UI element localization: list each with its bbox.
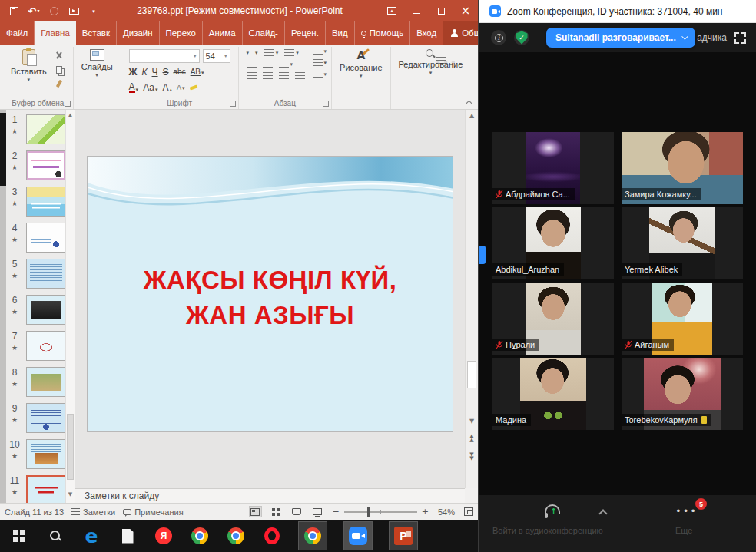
cut-button[interactable] [51,50,67,61]
minimize-button[interactable] [404,0,429,21]
clear-formatting-button[interactable]: abc [174,68,186,76]
taskbar-chrome-active-button[interactable] [298,521,327,550]
slide-thumbnail-image[interactable] [26,259,66,289]
scrollbar-thumb[interactable] [467,361,476,388]
scroll-up-icon[interactable]: ▲ [466,110,478,121]
align-right-button[interactable] [279,72,289,81]
slide-thumbnail-image[interactable] [26,367,66,397]
slide-thumbnail[interactable]: 6 [6,295,66,325]
slide-thumbnail-image[interactable] [26,331,66,361]
zoom-out-button[interactable]: − [333,507,340,517]
taskbar-search-button[interactable] [45,526,65,546]
scrollbar-thumb[interactable] [67,414,74,480]
maximize-button[interactable] [429,0,453,21]
zoom-slider[interactable] [344,511,417,513]
slide-thumbnail[interactable]: 10 [6,439,66,469]
notes-toggle[interactable]: Заметки [71,507,115,517]
justify-button[interactable] [295,72,305,81]
next-slide-icon[interactable]: ▼▼ [466,451,478,463]
taskbar-opera-button[interactable] [262,526,282,546]
align-left-button[interactable] [247,72,257,81]
comments-toggle[interactable]: Примечания [123,507,184,517]
slide-thumbnail-image[interactable] [26,295,66,325]
smartart-button[interactable]: ▾ [313,71,327,79]
slides-button[interactable]: Слайды ▾ [78,48,116,80]
change-case-button[interactable]: Аа▾ [143,82,158,93]
paste-button[interactable]: Вставить ▾ [8,48,50,84]
tab-design[interactable]: Дизайн [117,21,160,45]
undo-icon[interactable]: ↶▾ [28,5,40,17]
reading-view-button[interactable] [291,507,303,517]
ribbon-display-options-button[interactable]: ▴ [380,0,404,21]
slide-thumbnail-image[interactable] [26,475,66,503]
bullets-button[interactable]: ▾ [247,51,250,56]
save-icon[interactable] [8,5,20,17]
slide-thumbnail-image[interactable] [26,439,66,469]
slide-thumbnail[interactable]: 5 [6,259,66,289]
character-spacing-button[interactable]: АВ▾ [191,68,204,76]
taskbar-zoom-active-button[interactable] [343,521,373,550]
add-table-button[interactable]: ▾ [279,61,293,69]
taskbar-chrome-button-2[interactable] [226,526,246,546]
participant-tile[interactable]: Абдраймов Са... [492,132,614,204]
slide-thumbnail-image[interactable] [26,403,66,433]
taskbar-powerpoint-active-button[interactable]: P [389,521,418,550]
notes-pane[interactable]: Заметки к слайду [75,488,465,503]
slide-thumbnail[interactable]: 4 [6,223,66,253]
slide-thumbnail[interactable]: 7 [6,331,66,361]
participant-tile[interactable]: Мадина [492,358,614,430]
participant-tile[interactable]: Нұрали [492,283,614,355]
taskbar-notepad-button[interactable] [118,526,138,546]
taskbar-chrome-button[interactable] [190,526,210,546]
grow-font-button[interactable]: А▴ [162,82,172,93]
customize-qat-icon[interactable]: ▾ [88,5,100,17]
bold-button[interactable]: Ж [129,67,138,78]
participant-tile[interactable]: Замира Кожамку... [622,132,743,204]
slide-thumbnail-selected[interactable]: 11 [6,475,66,503]
meeting-info-button[interactable]: i [491,30,506,45]
strikethrough-button[interactable]: S [163,67,169,78]
collapse-ribbon-icon[interactable] [466,99,472,105]
columns-button[interactable]: ▾ [313,48,327,56]
taskbar-edge-button[interactable]: e [81,526,101,546]
align-center-button[interactable] [263,72,273,81]
tab-view[interactable]: Вид [326,21,355,45]
slide-thumbnail[interactable]: 2 [6,150,66,180]
zoom-slider-thumb[interactable] [367,507,370,517]
underline-button[interactable]: Ч [152,67,158,78]
numbering-button[interactable]: ▾ [255,51,258,56]
slide-scrollbar[interactable]: ▲ ▼ ▲▲ ▼▼ [465,110,478,488]
dialog-launcher-icon[interactable] [230,101,236,107]
dialog-launcher-icon[interactable] [65,101,71,107]
normal-view-button[interactable] [250,507,261,517]
more-options-icon[interactable] [675,505,698,517]
slide-thumbnail-image[interactable] [26,150,66,180]
slide-title[interactable]: ЖАҚСЫ КӨҢІЛ КҮЙ, ЖАН АЗЫҒЫ [88,263,453,333]
audio-options-chevron-icon[interactable] [598,509,607,517]
thumbnails-scrollbar[interactable]: ▲ ▼ [65,110,75,503]
tab-transitions[interactable]: Перехо [160,21,203,45]
scroll-down-icon[interactable]: ▼ [66,489,75,500]
line-spacing-button[interactable]: ▾ [264,49,279,58]
participant-tile[interactable]: Abdikul_Aruzhan [492,207,614,279]
slide-thumbnail[interactable]: 3 [6,187,66,217]
highlighter-icon[interactable] [189,84,197,90]
zoom-in-button[interactable]: + [422,507,429,517]
editing-button[interactable]: Редактирование ▾ [396,48,466,78]
increase-indent-button[interactable] [263,61,273,69]
current-slide[interactable]: ЖАҚСЫ КӨҢІЛ КҮЙ, ЖАН АЗЫҒЫ [87,156,453,432]
drawing-button[interactable]: A Рисование ▾ [337,48,385,81]
slide-thumbnail-image[interactable] [26,114,66,144]
previous-slide-icon[interactable]: ▲▲ [466,432,478,445]
decrease-indent-button[interactable] [247,61,257,69]
slide-thumbnail-image[interactable] [26,187,66,217]
tab-animations[interactable]: Анима [203,21,243,45]
slide-thumbnail[interactable]: 1 [6,114,66,144]
fullscreen-icon[interactable] [734,32,746,44]
tab-help[interactable]: Помощь [355,21,410,45]
tab-signin[interactable]: Вход [410,21,443,45]
start-slideshow-icon[interactable] [68,5,80,17]
scroll-down-icon[interactable]: ▼ [466,415,478,427]
start-button[interactable] [9,526,29,546]
taskbar-yandex-button[interactable]: Я [154,526,174,546]
